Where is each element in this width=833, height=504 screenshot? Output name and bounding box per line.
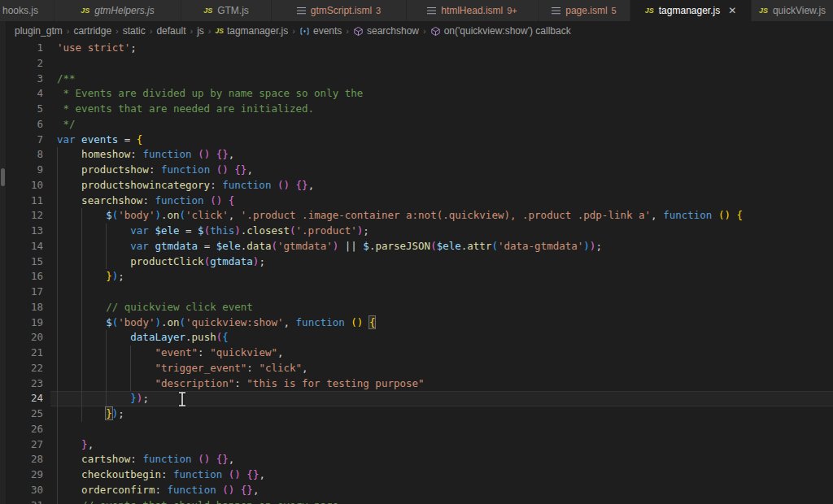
line-number: 25	[7, 406, 45, 422]
code-line[interactable]: checkoutbegin: function () {},	[57, 467, 833, 483]
line-number-gutter: 1234567891011121314151617181920212223242…	[7, 41, 45, 504]
scroll-indicator[interactable]	[1, 168, 5, 186]
js-file-icon: JS	[215, 27, 223, 35]
code-line[interactable]: var $ele = $(this).closest('.product');	[57, 224, 833, 239]
close-icon[interactable]: ✕	[728, 5, 736, 16]
js-file-icon: JS	[645, 7, 654, 15]
line-number: 29	[7, 467, 45, 483]
code-line[interactable]: });	[57, 406, 833, 422]
line-number: 17	[7, 285, 45, 300]
tab-label: htmlHead.isml	[441, 5, 503, 16]
js-file-icon: JS	[81, 7, 89, 15]
line-number: 21	[7, 345, 45, 361]
tab-gtmscript-isml[interactable]: gtmScript.isml3	[272, 0, 407, 21]
code-line[interactable]: * Events are divided up by name space so…	[57, 86, 833, 102]
code-line[interactable]: productshowincategory: function () {},	[57, 178, 833, 193]
code-line[interactable]: homeshow: function () {},	[57, 147, 833, 163]
code-line[interactable]: /**	[57, 72, 833, 87]
left-strip	[0, 21, 7, 504]
tab-page-isml[interactable]: page.isml5	[539, 0, 630, 21]
code-line[interactable]: "description": "this is for testing purp…	[57, 376, 833, 392]
tab-gtmhelpers-js[interactable]: JSgtmHelpers.js	[55, 0, 181, 21]
symbol-variable-icon	[299, 26, 310, 37]
tab-problems-badge: 9+	[507, 6, 517, 15]
tab-problems-badge: 3	[376, 6, 381, 15]
code-line[interactable]: cartshow: function () {},	[57, 452, 833, 467]
tab-htmlhead-isml[interactable]: htmlHead.isml9+	[407, 0, 539, 21]
code-line[interactable]: 'use strict';	[57, 41, 833, 56]
line-number: 6	[7, 117, 45, 133]
line-number: 4	[7, 86, 45, 102]
isml-file-icon	[552, 7, 560, 15]
code-line[interactable]: productClick(gtmdata);	[57, 254, 833, 270]
line-number: 27	[7, 437, 45, 453]
breadcrumb-item-searchshow[interactable]: searchshow	[353, 25, 419, 37]
code-line[interactable]: // events that should happen on every pa…	[57, 498, 833, 504]
code-line[interactable]	[57, 422, 833, 437]
breadcrumb-separator: ›	[116, 26, 119, 36]
code-line[interactable]: $('body').on('click', '.product .image-c…	[57, 208, 833, 224]
js-file-icon: JS	[203, 7, 212, 15]
line-number: 30	[7, 483, 45, 498]
tab-bar: hooks.jsJSgtmHelpers.jsJSGTM.jsgtmScript…	[0, 0, 833, 21]
code-line[interactable]: });	[57, 391, 833, 406]
breadcrumb-item-tagmanager-js[interactable]: JStagmanager.js	[215, 25, 288, 37]
line-number: 8	[7, 147, 45, 163]
code-editor: 1234567891011121314151617181920212223242…	[0, 41, 833, 504]
breadcrumb-separator: ›	[423, 26, 426, 36]
code-line[interactable]: var gtmdata = $ele.data('gtmdata') || $.…	[57, 239, 833, 254]
line-number: 9	[7, 163, 45, 178]
line-number: 28	[7, 452, 45, 467]
tab-tagmanager-js[interactable]: JStagmanager.js✕	[630, 0, 752, 21]
breadcrumb-label: cartridge	[73, 25, 111, 37]
code-line[interactable]: * events that are needed are initialized…	[57, 102, 833, 117]
code-line[interactable]: },	[57, 437, 833, 453]
mouse-cursor-ibeam	[177, 391, 188, 407]
line-number: 23	[7, 376, 45, 392]
code-line[interactable]: var events = {	[57, 133, 833, 148]
code-line[interactable]: $('body').on('quickview:show', function …	[57, 315, 833, 331]
breadcrumb-label: events	[313, 25, 342, 37]
line-number: 19	[7, 315, 45, 331]
tab-quickview-js[interactable]: JSquickView.js	[752, 0, 833, 21]
code-line[interactable]	[57, 285, 833, 300]
line-number: 2	[7, 56, 45, 72]
breadcrumb-item-on-quickview-show-callback[interactable]: on('quickview:show') callback	[430, 25, 571, 37]
tab-label: GTM.js	[217, 5, 249, 16]
isml-file-icon	[427, 7, 436, 15]
code-line[interactable]: */	[57, 117, 833, 133]
breadcrumb-label: plugin_gtm	[15, 25, 63, 37]
line-number: 12	[7, 208, 45, 224]
line-number: 14	[7, 239, 45, 254]
line-number: 10	[7, 178, 45, 193]
breadcrumb-item-cartridge[interactable]: cartridge	[73, 25, 111, 37]
code-line[interactable]: orderconfirm: function () {},	[57, 483, 833, 498]
line-number: 11	[7, 193, 45, 209]
code-line[interactable]: productshow: function () {},	[57, 163, 833, 178]
breadcrumb-separator: ›	[292, 26, 295, 36]
breadcrumb-item-default[interactable]: default	[156, 25, 185, 37]
code-line[interactable]: // quickview click event	[57, 300, 833, 315]
breadcrumb-label: on('quickview:show') callback	[444, 25, 571, 37]
breadcrumb-separator: ›	[208, 26, 212, 36]
code-line[interactable]: "trigger_event": "click",	[57, 361, 833, 376]
line-number: 24	[7, 391, 45, 406]
breadcrumb-label: static	[123, 25, 146, 37]
tab-hooks-js[interactable]: hooks.js	[0, 0, 55, 21]
breadcrumb-item-plugin-gtm[interactable]: plugin_gtm	[15, 25, 63, 37]
breadcrumb-label: js	[197, 25, 204, 37]
code-line[interactable]: "event": "quickview",	[57, 345, 833, 361]
breadcrumb-separator: ›	[190, 26, 193, 36]
line-number: 3	[7, 72, 45, 87]
breadcrumb-item-static[interactable]: static	[123, 25, 146, 37]
code-line[interactable]	[57, 56, 833, 72]
breadcrumb-item-js[interactable]: js	[197, 25, 204, 37]
code-line[interactable]: });	[57, 269, 833, 285]
code-line[interactable]: dataLayer.push({	[57, 330, 833, 345]
tab-label: page.isml	[565, 5, 607, 16]
breadcrumb-item-events[interactable]: events	[299, 25, 342, 37]
breadcrumb-separator: ›	[67, 26, 70, 36]
symbol-method-icon	[353, 26, 364, 37]
code-line[interactable]: searchshow: function () {	[57, 193, 833, 209]
tab-gtm-js[interactable]: JSGTM.js	[181, 0, 272, 21]
